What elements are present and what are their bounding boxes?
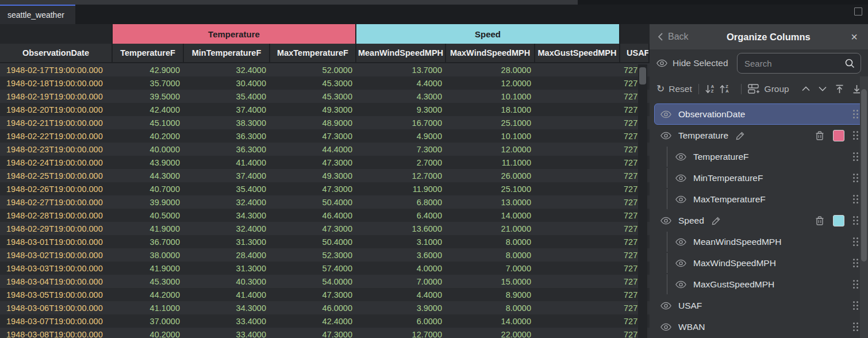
- cell-MaxTemperatureF: 50.4000: [270, 195, 356, 209]
- table-row[interactable]: 1948-03-01T19:00:00.00036.700031.300050.…: [0, 235, 650, 248]
- column-list-item-USAF[interactable]: USAF: [654, 295, 863, 316]
- cell-MaxTemperatureF: 45.3000: [270, 90, 356, 103]
- drag-handle-icon[interactable]: [853, 152, 859, 162]
- pencil-icon[interactable]: [735, 130, 746, 141]
- eye-icon[interactable]: [675, 195, 686, 203]
- eye-icon[interactable]: [660, 132, 671, 140]
- cell-TemperatureF: 39.9000: [113, 195, 184, 209]
- eye-icon[interactable]: [660, 323, 671, 331]
- eye-icon[interactable]: [660, 302, 671, 310]
- table-vertical-scrollbar[interactable]: [638, 64, 647, 338]
- drag-handle-icon[interactable]: [853, 174, 859, 183]
- reset-button[interactable]: ↻ Reset: [656, 84, 692, 94]
- drag-handle-icon[interactable]: [853, 195, 859, 204]
- table-row[interactable]: 1948-02-18T19:00:00.00035.700030.400045.…: [0, 76, 650, 90]
- trash-icon[interactable]: [815, 216, 824, 226]
- group-color-swatch[interactable]: [833, 215, 844, 226]
- column-list-item-MaxWindSpeedMPH[interactable]: MaxWindSpeedMPH: [654, 252, 863, 274]
- column-list-item-MeanWindSpeedMPH[interactable]: MeanWindSpeedMPH: [654, 231, 863, 252]
- drag-handle-icon[interactable]: [853, 259, 859, 268]
- column-list-item-MinTemperatureF[interactable]: MinTemperatureF: [654, 167, 863, 189]
- drag-handle-icon[interactable]: [853, 301, 859, 310]
- column-list-item-TemperatureF[interactable]: TemperatureF: [654, 146, 863, 167]
- back-button[interactable]: Back: [658, 32, 689, 42]
- chevron-down-icon[interactable]: [819, 86, 827, 91]
- table-row[interactable]: 1948-02-28T19:00:00.00040.500034.300046.…: [0, 209, 650, 222]
- table-row[interactable]: 1948-03-05T19:00:00.00044.200041.400047.…: [0, 288, 650, 301]
- eye-icon[interactable]: [660, 217, 671, 225]
- column-header-MeanWindSpeedMPH[interactable]: MeanWindSpeedMPH: [356, 44, 446, 63]
- column-header-USAF[interactable]: USAF: [620, 44, 650, 63]
- maximize-icon[interactable]: [854, 7, 862, 16]
- eye-icon[interactable]: [675, 259, 686, 267]
- pencil-icon[interactable]: [711, 216, 721, 226]
- close-icon[interactable]: ×: [848, 31, 860, 43]
- move-to-top-icon[interactable]: [835, 84, 844, 94]
- column-list-item-Speed[interactable]: Speed: [654, 210, 863, 231]
- eye-icon[interactable]: [660, 110, 671, 118]
- group-header-label: Speed: [475, 29, 501, 39]
- drag-handle-icon[interactable]: [853, 322, 859, 332]
- column-item-label: USAF: [678, 301, 702, 311]
- table-row[interactable]: 1948-02-26T19:00:00.00040.700035.400047.…: [0, 182, 650, 195]
- table-row[interactable]: 1948-02-25T19:00:00.00044.300037.400049.…: [0, 169, 650, 182]
- eye-icon[interactable]: [675, 174, 686, 182]
- table-row[interactable]: 1948-03-03T19:00:00.00041.900031.300057.…: [0, 262, 650, 275]
- column-header-ObservationDate[interactable]: ObservationDate: [0, 44, 113, 63]
- data-table: Temperature Speed ObservationDateTempera…: [0, 24, 650, 338]
- table-row[interactable]: 1948-02-29T19:00:00.00041.900032.400047.…: [0, 222, 650, 235]
- column-list-item-MaxTemperatureF[interactable]: MaxTemperatureF: [654, 189, 863, 210]
- column-header-MaxWindSpeedMPH[interactable]: MaxWindSpeedMPH: [446, 44, 535, 63]
- drag-handle-icon[interactable]: [853, 110, 859, 119]
- panel-vertical-scrollbar[interactable]: [860, 76, 868, 338]
- table-row[interactable]: 1948-02-22T19:00:00.00040.200036.300047.…: [0, 129, 650, 143]
- table-row[interactable]: 1948-03-06T19:00:00.00041.100034.300046.…: [0, 301, 650, 314]
- group-header-speed[interactable]: Speed: [356, 24, 620, 44]
- sort-ascending-button[interactable]: AZ: [705, 84, 714, 94]
- hide-selected-button[interactable]: Hide Selected: [656, 58, 728, 68]
- table-scrollbar-thumb[interactable]: [639, 67, 646, 84]
- table-row[interactable]: 1948-02-17T19:00:00.00042.900032.400052.…: [0, 63, 650, 76]
- drag-handle-icon[interactable]: [853, 216, 859, 225]
- search-input[interactable]: Search: [737, 53, 861, 74]
- column-list-item-MaxGustSpeedMPH[interactable]: MaxGustSpeedMPH: [654, 274, 863, 295]
- drag-handle-icon[interactable]: [853, 131, 859, 140]
- cell-TemperatureF: 37.0000: [113, 314, 184, 328]
- table-row[interactable]: 1948-02-19T19:00:00.00039.500035.400045.…: [0, 90, 650, 103]
- column-list-item-ObservationDate[interactable]: ObservationDate: [654, 103, 863, 125]
- table-row[interactable]: 1948-02-20T19:00:00.00042.400037.400049.…: [0, 103, 650, 116]
- column-item-label: MaxTemperatureF: [693, 194, 766, 205]
- drag-handle-icon[interactable]: [853, 237, 859, 247]
- group-button[interactable]: Group: [748, 84, 789, 94]
- column-list-item-Temperature[interactable]: Temperature: [654, 125, 863, 146]
- table-row[interactable]: 1948-02-24T19:00:00.00043.900041.400047.…: [0, 156, 650, 169]
- cell-MinTemperatureF: 35.4000: [184, 90, 270, 103]
- eye-icon[interactable]: [675, 153, 686, 161]
- table-row[interactable]: 1948-03-02T19:00:00.00038.000028.400052.…: [0, 248, 650, 262]
- eye-icon[interactable]: [675, 281, 686, 289]
- sort-descending-button[interactable]: ZA: [720, 84, 728, 94]
- chevron-up-icon[interactable]: [802, 86, 810, 91]
- table-row[interactable]: 1948-03-04T19:00:00.00045.300040.300054.…: [0, 275, 650, 288]
- table-row[interactable]: 1948-02-23T19:00:00.00040.000036.300044.…: [0, 143, 650, 156]
- column-group-row: Temperature Speed: [0, 24, 650, 44]
- column-header-MaxGustSpeedMPH[interactable]: MaxGustSpeedMPH: [535, 44, 620, 63]
- column-list: ObservationDateTemperatureTemperatureFMi…: [650, 101, 868, 337]
- group-color-swatch[interactable]: [833, 130, 844, 141]
- cell-MeanWindSpeedMPH: 6.0000: [356, 314, 446, 328]
- table-row[interactable]: 1948-03-08T19:00:00.00040.200033.400047.…: [0, 328, 650, 338]
- column-header-TemperatureF[interactable]: TemperatureF: [113, 44, 184, 63]
- trash-icon[interactable]: [815, 130, 824, 141]
- drag-handle-icon[interactable]: [853, 280, 859, 289]
- group-header-temperature[interactable]: Temperature: [113, 24, 356, 44]
- panel-scrollbar-thumb[interactable]: [861, 89, 867, 262]
- column-list-item-WBAN[interactable]: WBAN: [654, 316, 863, 337]
- tab-seattle-weather[interactable]: seattle_weather: [0, 5, 75, 24]
- table-row[interactable]: 1948-02-21T19:00:00.00045.100038.300048.…: [0, 116, 650, 129]
- column-header-MaxTemperatureF[interactable]: MaxTemperatureF: [270, 44, 356, 63]
- column-header-MinTemperatureF[interactable]: MinTemperatureF: [184, 44, 270, 63]
- cell-MinTemperatureF: 36.3000: [184, 129, 270, 143]
- eye-icon[interactable]: [675, 238, 686, 246]
- table-row[interactable]: 1948-02-27T19:00:00.00039.900032.400050.…: [0, 195, 650, 209]
- table-row[interactable]: 1948-03-07T19:00:00.00037.000033.400042.…: [0, 314, 650, 328]
